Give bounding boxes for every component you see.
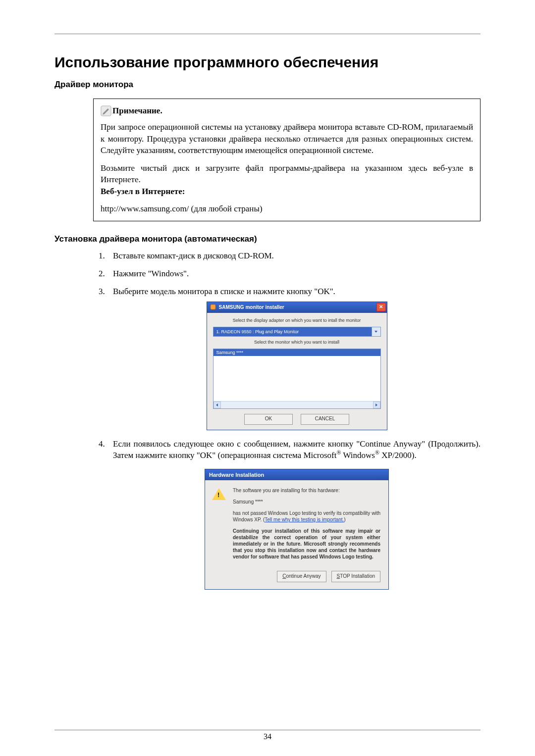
step-3-text: Выберите модель монитора в списке и нажм… [113,287,335,296]
page-number: 34 [0,732,535,741]
svg-rect-1 [211,304,215,309]
note-pencil-icon [101,105,111,116]
section-driver-heading: Драйвер монитора [54,80,481,90]
hardware-installation-text: The software you are installing for this… [233,487,380,565]
installer-dialog-body: Select the display adapter on which you … [207,313,387,430]
step-4-text-a: Если появилось следующее окно с сообщени… [113,439,481,460]
installer-dialog-app-icon [210,304,216,311]
listbox-hscrollbar[interactable] [214,401,380,408]
step-2: Нажмите "Windows". [107,269,481,279]
note-label: Примечание. [112,105,162,116]
note-website-label: Веб-узел в Интернете: [101,187,185,196]
note-url-line: http://www.samsung.com/ (для любой стран… [101,203,473,214]
installer-dialog-illustration: SAMSUNG monitor installer ✕ Select the d… [113,302,481,430]
note-box: Примечание. При запросе операционной сис… [93,99,481,221]
hardware-installation-button-row: Continue Anyway STOP Installation [205,571,388,589]
registered-mark-2: ® [375,449,379,456]
note-paragraph-2: Возьмите чистый диск и загрузите файл пр… [101,162,473,197]
page: Использование программного обеспечения Д… [0,0,535,756]
hw-p2: Samsung **** [233,499,380,505]
scroll-right-icon[interactable] [373,402,380,408]
note-url-tail: (для любой страны) [189,204,262,213]
step-4-text-c: XP/2000). [379,450,417,459]
note-header: Примечание. [101,105,473,116]
hardware-installation-dialog-illustration: Hardware Installation The software you a… [113,469,481,590]
hw-p4-strong: Continuing your installation of this sof… [233,528,380,560]
footer-rule [54,730,481,730]
hardware-installation-title-text: Hardware Installation [209,472,264,478]
scroll-left-icon[interactable] [214,402,221,408]
chevron-down-icon[interactable] [372,327,380,336]
step-4: Если появилось следующее окно с сообщени… [107,439,481,590]
warning-icon [212,487,226,565]
note-paragraph-1: При запросе операционной системы на уста… [101,121,473,156]
continue-anyway-button[interactable]: Continue Anyway [277,571,326,582]
ok-button[interactable]: OK [244,414,293,425]
note-body: При запросе операционной системы на уста… [101,121,473,214]
installer-prompt-adapter: Select the display adapter on which you … [213,318,381,323]
section-install-auto-heading: Установка драйвера монитора (автоматичес… [54,234,481,244]
installer-dialog: SAMSUNG monitor installer ✕ Select the d… [207,302,387,430]
adapter-combobox-value: 1. RADEON 9550 : Plug and Play Monitor [216,329,299,334]
hardware-installation-body: The software you are installing for this… [205,480,388,571]
step-3: Выберите модель монитора в списке и нажм… [107,287,481,430]
hardware-installation-titlebar: Hardware Installation [205,469,388,480]
step-1: Вставьте компакт-диск в дисковод CD-ROM. [107,251,481,261]
installer-prompt-monitor: Select the monitor which you want to ins… [213,340,381,345]
install-steps-list: Вставьте компакт-диск в дисковод CD-ROM.… [93,251,481,590]
header-rule [54,34,481,34]
hw-p3: has not passed Windows Logo testing to v… [233,510,380,523]
hardware-installation-dialog: Hardware Installation The software you a… [205,469,389,590]
adapter-combobox[interactable]: 1. RADEON 9550 : Plug and Play Monitor [213,327,381,337]
note-website-url-link[interactable]: http://www.samsung.com/ [101,204,189,213]
installer-dialog-button-row: OK CANCEL [213,414,381,425]
monitor-listbox[interactable]: Samsung **** [213,349,381,409]
installer-dialog-title-text: SAMSUNG monitor installer [219,304,284,310]
hw-p1: The software you are installing for this… [233,487,380,494]
chapter-title: Использование программного обеспечения [54,54,481,71]
stop-installation-button[interactable]: STOP Installation [331,571,380,582]
cancel-button[interactable]: CANCEL [301,414,349,425]
note-p2-text: Возьмите чистый диск и загрузите файл пр… [101,163,473,184]
why-testing-important-link[interactable]: Tell me why this testing is important. [265,517,344,522]
registered-mark-1: ® [336,449,341,456]
step-4-text-b: Windows [341,450,375,459]
hw-p3b: ) [344,517,345,522]
installer-dialog-titlebar: SAMSUNG monitor installer ✕ [207,302,387,313]
monitor-list-selected-item[interactable]: Samsung **** [214,349,380,356]
close-icon[interactable]: ✕ [376,303,386,311]
